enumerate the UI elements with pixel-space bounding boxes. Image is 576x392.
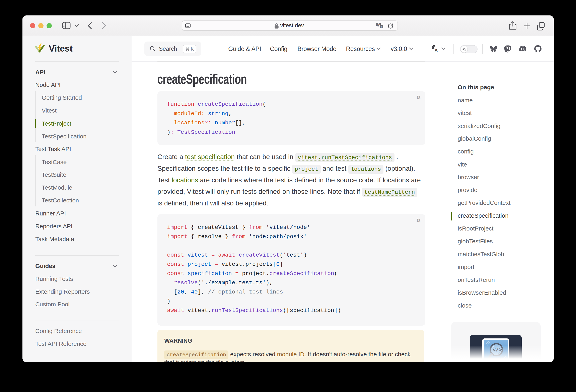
svg-text:x: x — [381, 25, 382, 28]
svg-text:A: A — [434, 48, 438, 52]
